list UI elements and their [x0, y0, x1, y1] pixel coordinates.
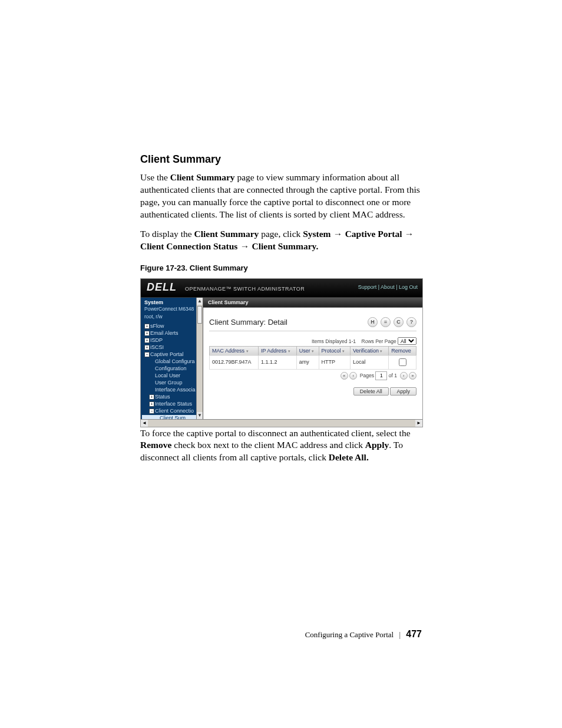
nav-captive-portal: Captive Portal	[345, 229, 402, 239]
table-header-row: MAC Address ▾ IP Address ▾ User ▾ Protoc…	[210, 346, 416, 355]
sort-icon[interactable]: ▾	[380, 349, 382, 353]
tree-expander-icon[interactable]: +	[149, 394, 154, 400]
sort-icon[interactable]: ▾	[342, 349, 345, 353]
dell-logo: DELL	[147, 281, 177, 294]
scroll-thumb[interactable]	[197, 306, 202, 324]
sidebar-item-label: Client Connectio	[155, 408, 194, 414]
scroll-left-icon[interactable]: ◄	[141, 420, 148, 427]
rows-per-page-label: Rows Per Page	[362, 338, 396, 344]
term-remove: Remove	[140, 440, 171, 450]
footer-divider: |	[399, 630, 401, 639]
cell-mac: 0012.79BF.947A	[210, 355, 259, 369]
rows-per-page-select[interactable]: All	[398, 337, 416, 345]
of-label: of 1	[389, 372, 397, 378]
sidebar-item-label: iSCSI	[150, 344, 164, 350]
sidebar-item[interactable]: Interface Associa	[142, 387, 203, 394]
sidebar-scrollbar[interactable]: ▲ ▼	[196, 298, 203, 419]
text: check box next to the client MAC address…	[171, 440, 365, 450]
sidebar-item[interactable]: −Client Connectio	[142, 408, 203, 415]
sidebar-item-label: Local User	[155, 373, 180, 378]
sidebar-item-label: User Group	[155, 380, 183, 386]
scroll-down-icon[interactable]: ▼	[197, 412, 203, 419]
nav-system: System	[303, 229, 330, 239]
delete-all-button[interactable]: Delete All	[353, 387, 389, 396]
sort-icon[interactable]: ▾	[312, 349, 314, 353]
table-row: 0012.79BF.947A 1.1.1.2 amy HTTP Local	[210, 355, 416, 369]
sort-icon[interactable]: ▾	[246, 349, 249, 353]
sidebar-item-label: sFlow	[150, 323, 164, 329]
save-icon[interactable]: H	[368, 317, 378, 327]
scroll-right-icon[interactable]: ►	[415, 420, 422, 427]
sidebar-item[interactable]: +Interface Status	[142, 401, 203, 408]
tree-expander-icon[interactable]: +	[149, 401, 154, 407]
sidebar-item[interactable]: Client Sum	[142, 415, 203, 419]
col-mac-address[interactable]: MAC Address ▾	[210, 346, 259, 355]
apply-button[interactable]: Apply	[390, 387, 416, 396]
remove-checkbox[interactable]	[399, 358, 406, 366]
sidebar-model: PowerConnect M6348	[142, 306, 203, 314]
sidebar-system-label[interactable]: System	[142, 299, 203, 306]
scroll-up-icon[interactable]: ▲	[197, 298, 203, 305]
sidebar-item-label: Email Alerts	[150, 330, 178, 336]
col-user[interactable]: User ▾	[296, 346, 319, 355]
term-delete-all: Delete All.	[329, 452, 369, 462]
nav-tree: +sFlow+Email Alerts+ISDP+iSCSI−Captive P…	[142, 323, 203, 419]
text: Use the	[140, 172, 170, 182]
sidebar-item-label: Global Configura	[155, 358, 195, 364]
sidebar-item[interactable]: +sFlow	[142, 323, 203, 330]
nav-client-connection-status: Client Connection Status	[140, 241, 237, 251]
sidebar-item[interactable]: User Group	[142, 380, 203, 387]
sidebar-item-label: Client Sum	[160, 415, 186, 419]
pager-last-icon[interactable]: »	[409, 372, 416, 380]
tree-expander-icon[interactable]: +	[144, 345, 150, 350]
tree-expander-icon[interactable]: +	[144, 331, 150, 336]
col-ip-address[interactable]: IP Address ▾	[258, 346, 296, 355]
pager-prev-icon[interactable]: ‹	[349, 372, 357, 380]
col-protocol[interactable]: Protocol ▾	[319, 346, 350, 355]
sidebar-item[interactable]: +Status	[142, 394, 203, 401]
bottom-scrollbar[interactable]: ◄ ►	[141, 419, 422, 427]
figure-caption: Figure 17-23. Client Summary	[140, 263, 422, 272]
sidebar-item[interactable]: −Captive Portal	[142, 351, 203, 358]
top-links[interactable]: Support | About | Log Out	[358, 284, 418, 290]
page-footer: Configuring a Captive Portal | 477	[140, 629, 422, 675]
sidebar-item[interactable]: Local User	[142, 373, 203, 380]
help-icon[interactable]: ?	[406, 317, 416, 327]
sidebar-item[interactable]: Global Configura	[142, 358, 203, 365]
sidebar-item-label: Interface Status	[155, 401, 192, 407]
sort-icon[interactable]: ▾	[288, 349, 290, 353]
nav-client-summary: Client Summary.	[252, 241, 318, 251]
items-displayed: Items Displayed 1-1	[312, 338, 356, 344]
pager: « ‹ Pages of 1 › »	[209, 370, 416, 380]
arrow-icon: →	[402, 229, 414, 239]
refresh-icon[interactable]: C	[394, 317, 404, 327]
cell-ip: 1.1.1.2	[258, 355, 296, 369]
col-verification[interactable]: Verification ▾	[350, 346, 388, 355]
tree-expander-icon[interactable]: −	[144, 352, 150, 357]
footer-chapter: Configuring a Captive Portal	[305, 630, 394, 639]
sidebar-user: root, r/w	[142, 314, 203, 321]
intro-paragraph: Use the Client Summary page to view summ…	[140, 172, 422, 221]
panel-title: Client Summary: Detail	[209, 318, 287, 327]
sidebar-item[interactable]: +Email Alerts	[142, 330, 203, 337]
tree-expander-icon[interactable]: −	[149, 409, 154, 414]
page-input[interactable]	[375, 371, 387, 380]
sidebar-item[interactable]: +iSCSI	[142, 344, 203, 351]
main-panel: Client Summary Client Summary: Detail H …	[203, 298, 422, 419]
pager-first-icon[interactable]: «	[340, 372, 348, 380]
sidebar-item[interactable]: +ISDP	[142, 337, 203, 344]
sidebar: System PowerConnect M6348 root, r/w +sFl…	[141, 298, 203, 419]
cell-protocol: HTTP	[319, 355, 350, 369]
cell-remove	[389, 355, 416, 369]
section-heading: Client Summary	[140, 153, 422, 166]
sidebar-item-label: Interface Associa	[155, 387, 196, 393]
cell-verification: Local	[350, 355, 388, 369]
sidebar-item[interactable]: Configuration	[142, 365, 203, 373]
tree-expander-icon[interactable]: +	[144, 338, 150, 343]
tree-expander-icon[interactable]: +	[144, 324, 150, 329]
print-icon[interactable]: ≡	[381, 317, 391, 327]
text: To force the captive portal to disconnec…	[140, 428, 411, 438]
client-table: MAC Address ▾ IP Address ▾ User ▾ Protoc…	[209, 346, 416, 370]
pager-next-icon[interactable]: ›	[400, 372, 408, 380]
cell-user: amy	[296, 355, 319, 369]
